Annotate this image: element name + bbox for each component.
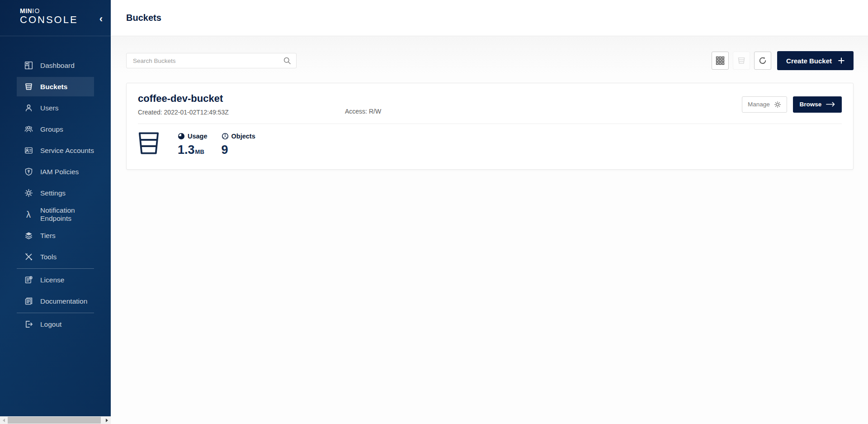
manage-label: Manage [748,101,770,108]
refresh-button[interactable] [754,52,771,70]
sidebar-item-label: Buckets [40,83,67,91]
brand-wordmark: MINIO CONSOLE [20,8,111,26]
sidebar-item-license[interactable]: License [17,270,94,290]
usage-label-row: Usage [178,133,208,140]
bucket-title-block: coffee-dev-bucket Created: 2022-01-02T12… [138,93,345,116]
scrollbar-thumb[interactable] [8,417,101,424]
sidebar-divider [17,268,94,269]
license-icon [24,276,33,285]
sidebar-item-service-accounts[interactable]: Service Accounts [17,141,94,160]
sidebar-item-tiers[interactable]: Tiers [17,226,94,245]
main-area: Buckets [111,0,868,424]
dashboard-icon [24,61,33,70]
user-icon [24,104,33,113]
toolbar-actions: Create Bucket [712,51,854,70]
search-input[interactable] [126,53,297,68]
list-view-button[interactable] [733,52,750,70]
search-icon [283,57,291,65]
horizontal-scrollbar[interactable] [0,416,111,424]
id-card-icon [24,146,33,155]
sidebar-item-label: License [40,276,64,284]
create-bucket-button[interactable]: Create Bucket [777,51,854,70]
sidebar: MINIO CONSOLE ‹ Dashboard Buckets [0,0,111,416]
sidebar-item-iam-policies[interactable]: IAM Policies [17,162,94,181]
scroll-left-arrow[interactable] [0,416,8,424]
manage-button[interactable]: Manage [742,96,787,113]
sidebar-item-notification-endpoints[interactable]: λ Notification Endpoints [17,205,94,224]
logo: MINIO CONSOLE ‹ [0,0,111,36]
sidebar-item-label: Notification Endpoints [40,206,94,223]
minio-console-app: MINIO CONSOLE ‹ Dashboard Buckets [0,0,868,424]
brand-console: CONSOLE [20,14,111,26]
usage-value-row: 1.3 MB [178,143,208,157]
usage-value: 1.3 [178,143,195,157]
sidebar-item-buckets[interactable]: Buckets [17,77,94,96]
logout-icon [24,320,33,329]
tools-icon [24,252,33,262]
chevron-left-icon: ‹ [99,13,103,24]
sidebar-item-documentation[interactable]: Documentation [17,291,94,311]
page-title: Buckets [126,13,161,23]
sidebar-item-label: Dashboard [40,62,75,70]
sidebar-menu: Dashboard Buckets Users [0,36,111,334]
usage-metric: Usage 1.3 MB [178,131,208,157]
sidebar-item-label: Documentation [40,297,87,305]
right-arrow-icon [826,102,835,107]
scroll-right-arrow[interactable] [103,416,111,424]
sidebar-item-settings[interactable]: Settings [17,183,94,203]
card-divider [138,124,842,124]
sidebar-item-label: IAM Policies [40,168,79,176]
page-header: Buckets [111,0,868,36]
buckets-toolbar: Create Bucket [126,51,854,70]
sidebar-item-logout[interactable]: Logout [17,314,94,334]
sidebar-item-groups[interactable]: Groups [17,119,94,139]
sidebar-item-label: Logout [40,320,61,329]
grid-view-icon [716,56,725,65]
sidebar-item-dashboard[interactable]: Dashboard [17,56,94,75]
shield-icon [24,167,33,176]
bucket-created: Created: 2022-01-02T12:49:53Z [138,109,345,116]
browse-label: Browse [800,101,822,108]
objects-value: 9 [222,143,228,157]
search-box [126,53,297,68]
sidebar-item-label: Tiers [40,232,56,240]
left-column: MINIO CONSOLE ‹ Dashboard Buckets [0,0,111,424]
browse-button[interactable]: Browse [793,96,842,113]
sidebar-item-tools[interactable]: Tools [17,247,94,267]
bucket-name: coffee-dev-bucket [138,93,345,105]
collapse-sidebar-button[interactable]: ‹ [99,15,103,23]
objects-value-row: 9 [222,143,255,157]
usage-label: Usage [188,133,208,140]
bucket-icon [24,82,33,91]
refresh-icon [758,56,767,65]
brand-minio: MINIO [20,8,111,14]
grid-view-button[interactable] [712,52,729,70]
gear-icon [774,101,781,108]
sidebar-item-label: Users [40,104,58,112]
gear-icon [24,189,33,198]
objects-icon [222,133,229,140]
layers-icon [24,231,33,240]
sidebar-item-label: Settings [40,189,66,197]
book-icon [24,297,33,306]
sidebar-item-label: Groups [40,125,63,133]
bucket-actions: Manage Browse [742,96,842,113]
create-bucket-label: Create Bucket [786,57,832,65]
bucket-icon-large [138,131,160,155]
usage-unit: MB [195,148,204,155]
lambda-icon: λ [24,210,33,219]
sidebar-divider [17,313,94,313]
sidebar-item-label: Service Accounts [40,147,94,155]
bucket-card: coffee-dev-bucket Created: 2022-01-02T12… [126,83,854,170]
bucket-list-icon [737,56,746,65]
sidebar-item-users[interactable]: Users [17,98,94,118]
bucket-card-header: coffee-dev-bucket Created: 2022-01-02T12… [138,93,842,116]
bucket-access: Access: R/W [345,108,742,116]
groups-icon [24,125,33,134]
content-area: Create Bucket coffee-dev-bucket Created:… [111,36,868,424]
pie-chart-icon [178,133,185,140]
plus-icon [838,57,844,64]
objects-label: Objects [231,133,255,140]
objects-label-row: Objects [222,133,255,140]
bucket-metrics: Usage 1.3 MB Objects 9 [138,131,842,157]
